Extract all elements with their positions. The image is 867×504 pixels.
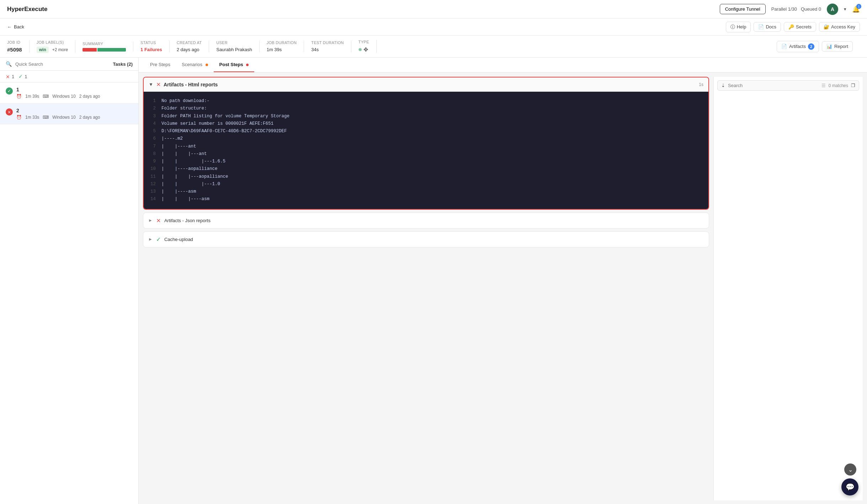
line-content: | | |----asm <box>161 195 209 203</box>
help-icon: ⓘ <box>730 24 735 30</box>
access-key-icon: 🔐 <box>824 24 829 30</box>
tab-scenarios[interactable]: Scenarios <box>176 58 213 72</box>
steps-panel: ▼ ⨯ Artifacts - Html reports 1s 1No path… <box>143 77 709 500</box>
summary-bar-success <box>97 48 126 52</box>
expand-icon[interactable]: ❐ <box>851 83 855 88</box>
matches-count: 0 matches <box>829 83 848 88</box>
notification-button[interactable]: 🔔 1 <box>852 5 860 13</box>
right-panel: Pre Steps Scenarios Post Steps ▼ ⨯ Artif… <box>139 58 867 504</box>
code-line: 6|----.m2 <box>144 135 708 143</box>
line-content: Volume serial number is 0000021F AEFE:F6… <box>161 120 273 128</box>
artifact-html-section: ▼ ⨯ Artifacts - Html reports 1s 1No path… <box>143 77 709 210</box>
code-line: 5D:\FOREMAN\D69FAAF0-CE7C-40D6-B2C7-2CDC… <box>144 128 708 135</box>
help-button[interactable]: ⓘ Help <box>726 22 751 32</box>
line-content: | | |---1.6.5 <box>161 158 225 165</box>
task-summary-row: ⨯ 1 ✓ 1 <box>0 71 138 82</box>
line-content: | |----asm <box>161 188 196 195</box>
tab-post-steps[interactable]: Post Steps <box>214 58 255 72</box>
tasks-count: Tasks (2) <box>113 61 133 67</box>
artifacts-button[interactable]: 📄 Artifacts 2 <box>777 41 819 52</box>
artifact-html-title: Artifacts - Html reports <box>164 82 218 87</box>
summary-bar-fail <box>83 48 97 52</box>
line-number: 2 <box>144 105 161 112</box>
notification-badge: 1 <box>856 4 861 9</box>
chevron-down-icon[interactable]: ▾ <box>844 6 846 12</box>
artifacts-count-badge: 2 <box>808 43 814 50</box>
collapse-chevron-icon: ▼ <box>149 82 153 87</box>
user-col: User Saurabh Prakash <box>209 41 259 52</box>
clock-icon: ⏰ <box>16 94 22 99</box>
test-duration-col: Test Duration 34s <box>304 41 351 52</box>
line-number: 6 <box>144 135 161 143</box>
line-number: 4 <box>144 120 161 128</box>
summary-col: Summary <box>75 42 133 52</box>
line-content: | | |---aopalliance <box>161 173 228 181</box>
task-1-details: 1 ⏰ 1m 39s ⌨ Windows 10 2 days ago <box>16 87 133 99</box>
job-info-row: Job ID #5098 Job Label(s) win +2 more Su… <box>0 36 867 58</box>
left-panel: 🔍 Tasks (2) ⨯ 1 ✓ 1 ✓ 1 ⏰ 1m <box>0 58 139 504</box>
line-number: 3 <box>144 113 161 120</box>
code-block[interactable]: 1No path download:-2Folder structure:3Fo… <box>144 92 708 209</box>
secrets-button[interactable]: 🔑 Secrets <box>784 22 816 32</box>
task-item-1[interactable]: ✓ 1 ⏰ 1m 39s ⌨ Windows 10 2 days ago <box>0 82 138 103</box>
artifact-html-header[interactable]: ▼ ⨯ Artifacts - Html reports 1s <box>144 77 708 92</box>
search-input[interactable] <box>15 61 110 67</box>
docs-button[interactable]: 📄 Docs <box>754 22 781 32</box>
label-more[interactable]: +2 more <box>52 47 68 52</box>
expand-chevron-icon: ► <box>148 218 153 223</box>
artifact-json-fail-icon: ⨯ <box>156 217 161 224</box>
code-line: 12| | |---1.0 <box>144 181 708 188</box>
tab-pre-steps[interactable]: Pre Steps <box>144 58 176 72</box>
status-value: 1 Failures <box>140 47 162 52</box>
line-content: | |----ant <box>161 143 196 150</box>
report-icon: 📊 <box>826 44 832 49</box>
subnav: ← Back ⓘ Help 📄 Docs 🔑 Secrets 🔐 Access … <box>0 18 867 36</box>
scenarios-dot <box>206 64 208 66</box>
subnav-right: ⓘ Help 📄 Docs 🔑 Secrets 🔐 Access Key <box>726 22 860 32</box>
type-icon-2: ✥ <box>363 46 368 53</box>
job-labels-value: win +2 more <box>37 47 68 53</box>
code-line: 1No path download:- <box>144 97 708 105</box>
code-line: 7| |----ant <box>144 143 708 150</box>
avatar[interactable]: A <box>827 4 838 15</box>
topnav-right: Configure Tunnel Parallel 1/30 Queued 0 … <box>720 4 860 15</box>
job-id-value: #5098 <box>7 47 22 53</box>
code-line: 9| | |---1.6.5 <box>144 158 708 165</box>
artifact-json-section[interactable]: ► ⨯ Artifacts - Json reports <box>143 213 709 229</box>
code-line: 13| |----asm <box>144 188 708 195</box>
search-icon: 🔍 <box>6 61 12 67</box>
line-number: 5 <box>144 128 161 135</box>
job-id-col: Job ID #5098 <box>7 40 30 53</box>
task-item-2[interactable]: ⨯ 2 ⏰ 1m 33s ⌨ Windows 10 2 days ago <box>0 103 138 124</box>
type-icons: ⎈ ✥ <box>358 46 369 53</box>
created-at-col: Created at 2 days ago <box>170 41 209 52</box>
report-button[interactable]: 📊 Report <box>822 41 853 52</box>
line-content: No path download:- <box>161 97 209 105</box>
task-2-details: 2 ⏰ 1m 33s ⌨ Windows 10 2 days ago <box>16 108 133 120</box>
log-search-input[interactable] <box>728 83 819 88</box>
fail-circle-icon: ⨯ <box>156 81 161 88</box>
code-line: 3Folder PATH listing for volume Temporar… <box>144 113 708 120</box>
download-icon[interactable]: ⇣ <box>721 83 725 88</box>
task-2-status-icon: ⨯ <box>6 108 13 116</box>
scroll-down-button[interactable]: ⌄ <box>844 463 856 476</box>
back-button[interactable]: ← Back <box>7 24 24 30</box>
configure-tunnel-button[interactable]: Configure Tunnel <box>720 4 766 14</box>
line-number: 1 <box>144 97 161 105</box>
job-labels-col: Job Label(s) win +2 more <box>30 40 75 53</box>
expand-chevron-icon-2: ► <box>148 237 153 242</box>
access-key-button[interactable]: 🔐 Access Key <box>819 22 860 32</box>
line-content: Folder structure: <box>161 105 207 112</box>
task-2-meta: ⏰ 1m 33s ⌨ Windows 10 2 days ago <box>16 115 133 120</box>
line-number: 9 <box>144 158 161 165</box>
line-content: | | |---ant <box>161 150 207 158</box>
cache-upload-section[interactable]: ► ✓ Cache-upload <box>143 231 709 247</box>
summary-bar <box>83 48 126 52</box>
code-line: 10| |----aopalliance <box>144 165 708 173</box>
fail-stat-icon: ⨯ <box>6 74 10 79</box>
success-stat-icon: ✓ <box>18 74 23 79</box>
line-number: 7 <box>144 143 161 150</box>
line-number: 14 <box>144 195 161 203</box>
clock-icon-2: ⏰ <box>16 115 22 120</box>
chat-fab-button[interactable]: 💬 <box>841 478 858 495</box>
